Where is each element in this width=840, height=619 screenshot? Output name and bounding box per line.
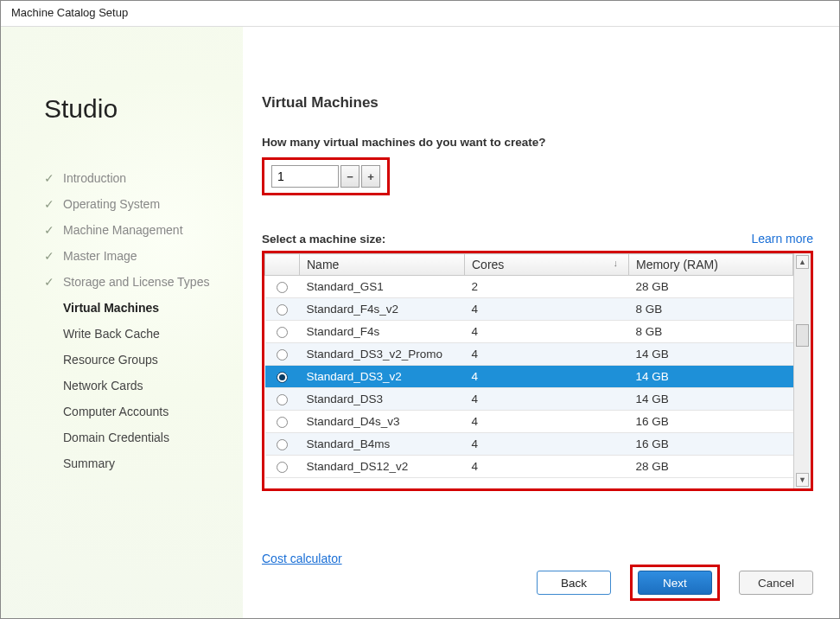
wizard-step-label: Machine Management (63, 223, 183, 237)
wizard-step[interactable]: ✓Resource Groups (44, 347, 227, 373)
cell-cores: 4 (465, 388, 629, 411)
wizard-step[interactable]: ✓Domain Credentials (44, 424, 227, 450)
wizard-step[interactable]: ✓Network Cards (44, 373, 227, 399)
cell-cores: 4 (465, 343, 629, 366)
vm-count-question: How many virtual machines do you want to… (262, 136, 813, 149)
cell-memory: 14 GB (629, 388, 793, 411)
vm-count-stepper-highlight: − + (262, 157, 390, 195)
row-radio[interactable] (277, 327, 288, 338)
column-memory[interactable]: Memory (RAM) (629, 254, 793, 276)
wizard-step-label: Virtual Machines (63, 301, 159, 315)
vm-count-input[interactable] (271, 165, 339, 188)
scroll-down-icon[interactable]: ▼ (796, 473, 809, 487)
table-row[interactable]: Standard_DS3414 GB (265, 388, 793, 411)
cell-cores: 4 (465, 411, 629, 433)
table-row[interactable]: Standard_F4s48 GB (265, 321, 793, 343)
wizard-step[interactable]: ✓Operating System (44, 191, 227, 217)
wizard-step[interactable]: ✓Machine Management (44, 217, 227, 243)
scroll-thumb[interactable] (796, 324, 809, 347)
machine-size-grid-highlight: Name Cores ↓ Memory (RAM) Standard_GS122… (262, 251, 813, 491)
machine-size-grid[interactable]: Name Cores ↓ Memory (RAM) Standard_GS122… (264, 253, 793, 488)
wizard-step-label: Master Image (63, 249, 137, 263)
machine-size-label: Select a machine size: (262, 233, 385, 246)
cell-cores: 4 (465, 321, 629, 343)
row-radio[interactable] (277, 304, 288, 316)
cell-cores: 4 (465, 366, 629, 388)
cell-name: Standard_F4s_v2 (300, 298, 465, 321)
wizard-step-label: Network Cards (63, 379, 143, 392)
wizard-footer-buttons: Back Next Cancel (537, 565, 813, 601)
cell-name: Standard_DS3_v2_Promo (300, 343, 465, 366)
cell-memory: 14 GB (629, 366, 793, 388)
page-heading: Virtual Machines (262, 94, 813, 112)
row-radio[interactable] (277, 462, 288, 473)
table-row[interactable]: Standard_B4ms416 GB (265, 433, 793, 456)
wizard-step[interactable]: ✓Master Image (44, 243, 227, 269)
row-radio[interactable] (277, 417, 288, 428)
wizard-step-label: Introduction (63, 171, 126, 185)
check-icon: ✓ (44, 197, 58, 211)
back-button[interactable]: Back (537, 571, 611, 595)
wizard-step[interactable]: ✓Virtual Machines (44, 295, 227, 321)
wizard-step[interactable]: ✓Summary (44, 450, 227, 476)
check-icon: ✓ (44, 249, 58, 263)
row-radio[interactable] (277, 372, 288, 383)
table-row[interactable]: Standard_GS1228 GB (265, 276, 793, 298)
table-row[interactable]: Standard_DS12_v2428 GB (265, 456, 793, 478)
wizard-step[interactable]: ✓Computer Accounts (44, 399, 227, 424)
cell-name: Standard_D4s_v3 (300, 411, 465, 433)
row-radio[interactable] (277, 349, 288, 361)
check-icon: ✓ (44, 275, 58, 289)
wizard-steps-list: ✓Introduction✓Operating System✓Machine M… (44, 165, 227, 476)
cell-memory: 8 GB (629, 298, 793, 321)
table-row[interactable]: Standard_F4s_v248 GB (265, 298, 793, 321)
cost-calculator-link[interactable]: Cost calculator (262, 552, 342, 565)
cell-name: Standard_GS1 (300, 276, 465, 298)
wizard-content: Studio ✓Introduction✓Operating System✓Ma… (1, 27, 839, 618)
table-row[interactable]: Standard_D4s_v3416 GB (265, 411, 793, 433)
row-radio[interactable] (277, 394, 288, 405)
window-title: Machine Catalog Setup (1, 1, 839, 27)
main-panel: Virtual Machines How many virtual machin… (243, 27, 839, 618)
studio-logo: Studio (44, 94, 227, 124)
wizard-step-label: Write Back Cache (63, 327, 160, 341)
cell-cores: 2 (465, 276, 629, 298)
sort-descending-icon: ↓ (614, 258, 619, 268)
learn-more-link[interactable]: Learn more (751, 232, 813, 246)
cell-name: Standard_F4s (300, 321, 465, 343)
column-name[interactable]: Name (300, 254, 465, 276)
sidebar: Studio ✓Introduction✓Operating System✓Ma… (1, 27, 243, 618)
cell-memory: 14 GB (629, 343, 793, 366)
wizard-step[interactable]: ✓Storage and License Types (44, 269, 227, 295)
decrement-button[interactable]: − (340, 165, 360, 188)
cell-name: Standard_DS3 (300, 388, 465, 411)
table-row[interactable]: Standard_DS3_v2_Promo414 GB (265, 343, 793, 366)
next-button[interactable]: Next (638, 571, 712, 595)
wizard-step-label: Operating System (63, 197, 160, 211)
wizard-step[interactable]: ✓Write Back Cache (44, 321, 227, 347)
cell-name: Standard_DS3_v2 (300, 366, 465, 388)
cell-cores: 4 (465, 456, 629, 478)
cell-memory: 28 GB (629, 456, 793, 478)
grid-scrollbar[interactable]: ▲ ▼ (793, 253, 811, 488)
increment-button[interactable]: + (361, 165, 380, 188)
cell-memory: 8 GB (629, 321, 793, 343)
cell-memory: 16 GB (629, 433, 793, 456)
wizard-step[interactable]: ✓Introduction (44, 165, 227, 191)
wizard-step-label: Domain Credentials (63, 431, 169, 444)
table-row[interactable]: Standard_DS3_v2414 GB (265, 366, 793, 388)
column-radio (265, 254, 300, 276)
row-radio[interactable] (277, 439, 288, 450)
scroll-up-icon[interactable]: ▲ (796, 255, 809, 269)
wizard-step-label: Resource Groups (63, 353, 158, 367)
cancel-button[interactable]: Cancel (739, 571, 813, 595)
cell-name: Standard_B4ms (300, 433, 465, 456)
wizard-step-label: Summary (63, 456, 115, 470)
next-button-highlight: Next (630, 565, 720, 601)
check-icon: ✓ (44, 171, 58, 185)
cell-memory: 28 GB (629, 276, 793, 298)
row-radio[interactable] (277, 282, 288, 293)
check-icon: ✓ (44, 223, 58, 237)
column-cores[interactable]: Cores ↓ (465, 254, 629, 276)
wizard-step-label: Computer Accounts (63, 405, 169, 418)
